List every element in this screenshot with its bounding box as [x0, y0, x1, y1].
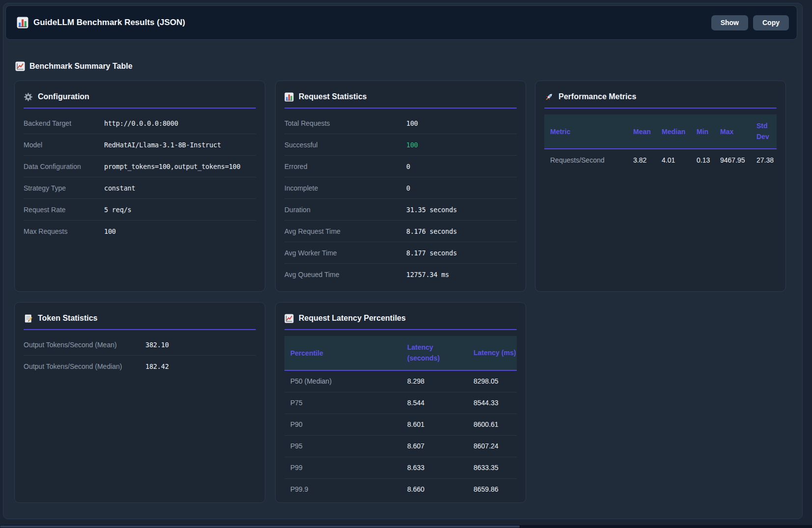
cell-std-dev: 27.38 [756, 149, 777, 170]
row-value: 0 [406, 163, 410, 170]
row-label: Model [24, 141, 104, 149]
table-row-p99: P99 8.633 8633.35 [284, 457, 517, 478]
row-value: 100 [104, 227, 116, 235]
token-row-median: Output Tokens/Second (Median) 182.42 [24, 356, 256, 377]
rocket-icon [544, 92, 554, 102]
row-label: Incomplete [284, 184, 406, 192]
token-statistics-card: Token Statistics Output Tokens/Second (M… [14, 302, 265, 503]
cell-max: 9467.95 [720, 149, 756, 170]
cell-latency-ms: 8544.33 [474, 392, 517, 414]
stat-row-avg-request-time: Avg Request Time 8.176 seconds [284, 221, 517, 242]
token-row-mean: Output Tokens/Second (Mean) 382.10 [24, 334, 256, 356]
card-title-label: Performance Metrics [559, 92, 636, 101]
table-row-requests-per-second: Requests/Second 3.82 4.01 0.13 9467.95 2… [544, 149, 777, 170]
card-title-label: Token Statistics [38, 314, 98, 323]
performance-metrics-card: Performance Metrics Metric Mean Median M… [535, 81, 786, 292]
row-value: 382.10 [145, 341, 169, 349]
horizontal-scrollbar-thumb[interactable] [0, 526, 520, 528]
copy-button[interactable]: Copy [753, 15, 789, 30]
card-title-label: Request Latency Percentiles [299, 314, 406, 323]
cell-latency-seconds: 8.544 [407, 392, 474, 414]
performance-metrics-table: Metric Mean Median Min Max Std Dev Reque… [544, 114, 777, 170]
row-value: 0 [406, 184, 410, 192]
row-label: Avg Request Time [284, 227, 406, 235]
cell-percentile: P75 [284, 392, 407, 414]
col-min: Min [697, 114, 720, 149]
cell-percentile: P50 (Median) [284, 370, 407, 392]
page-title: GuideLLM Benchmark Results (JSON) [33, 18, 185, 28]
card-title-underline [284, 108, 517, 109]
card-title-label: Configuration [38, 92, 89, 101]
row-label: Request Rate [24, 206, 104, 214]
cell-percentile: P99 [284, 457, 407, 478]
performance-metrics-card-title: Performance Metrics [544, 90, 777, 104]
stat-row-total-requests: Total Requests 100 [284, 112, 517, 134]
cell-latency-ms: 8600.61 [474, 414, 517, 435]
row-value: 5 req/s [104, 206, 132, 214]
row-label: Max Requests [24, 227, 104, 235]
row-label: Data Configuration [24, 163, 104, 170]
row-value: 100 [406, 119, 418, 127]
row-value: RedHatAI/Llama-3.1-8B-Instruct [104, 141, 221, 149]
row-value: 8.176 seconds [406, 227, 457, 235]
stat-row-avg-worker-time: Avg Worker Time 8.177 seconds [284, 242, 517, 264]
token-statistics-card-title: Token Statistics [24, 311, 256, 325]
row-label: Output Tokens/Second (Mean) [24, 341, 145, 349]
cell-latency-seconds: 8.607 [407, 435, 474, 457]
bar-chart-icon [284, 92, 294, 102]
row-value: 12757.34 ms [406, 271, 449, 278]
show-button[interactable]: Show [711, 15, 748, 30]
header-bar: GuideLLM Benchmark Results (JSON) Show C… [5, 5, 797, 40]
col-latency-ms: Latency (ms) [474, 336, 517, 370]
config-row-strategy-type: Strategy Type constant [24, 177, 256, 199]
stat-row-incomplete: Incomplete 0 [284, 177, 517, 199]
col-latency-seconds: Latency (seconds) [407, 336, 474, 370]
col-median: Median [662, 114, 697, 149]
row-value: 182.42 [145, 362, 169, 370]
col-max: Max [720, 114, 756, 149]
token-statistics-list: Output Tokens/Second (Mean) 382.10 Outpu… [24, 334, 256, 377]
stat-row-successful: Successful 100 [284, 134, 517, 156]
cell-latency-ms: 8298.05 [474, 370, 517, 392]
row-value: 31.35 seconds [406, 206, 457, 214]
table-row-p95: P95 8.607 8607.24 [284, 435, 517, 457]
row-label: Output Tokens/Second (Median) [24, 362, 145, 370]
row-value: http://0.0.0.0:8000 [104, 119, 178, 127]
table-row-p75: P75 8.544 8544.33 [284, 392, 517, 414]
col-std-dev: Std Dev [756, 114, 777, 149]
row-value: prompt_tokens=100,output_tokens=100 [104, 163, 240, 170]
config-row-request-rate: Request Rate 5 req/s [24, 199, 256, 221]
cell-latency-seconds: 8.298 [407, 370, 474, 392]
row-label: Strategy Type [24, 184, 104, 192]
cell-mean: 3.82 [633, 149, 662, 170]
table-header-row: Metric Mean Median Min Max Std Dev [544, 114, 777, 149]
cell-metric: Requests/Second [544, 149, 633, 170]
cell-percentile: P95 [284, 435, 407, 457]
latency-percentiles-table: Percentile Latency (seconds) Latency (ms… [284, 336, 517, 500]
request-statistics-card-title: Request Statistics [284, 90, 517, 104]
row-label: Total Requests [284, 119, 406, 127]
latency-percentiles-card-title: Request Latency Percentiles [284, 311, 517, 325]
config-row-max-requests: Max Requests 100 [24, 221, 256, 242]
table-header-row: Percentile Latency (seconds) Latency (ms… [284, 336, 517, 370]
card-title-underline [284, 329, 517, 330]
cell-latency-ms: 8633.35 [474, 457, 517, 478]
config-row-model: Model RedHatAI/Llama-3.1-8B-Instruct [24, 134, 256, 156]
cell-latency-seconds: 8.633 [407, 457, 474, 478]
row-value-success: 100 [406, 141, 418, 149]
app-container: GuideLLM Benchmark Results (JSON) Show C… [3, 3, 803, 519]
card-title-underline [24, 329, 256, 330]
table-row-p90: P90 8.601 8600.61 [284, 414, 517, 435]
row-label: Backend Target [24, 119, 104, 127]
cell-latency-seconds: 8.601 [407, 414, 474, 435]
request-statistics-list: Total Requests 100 Successful 100 Errore… [284, 112, 517, 285]
row-value: 8.177 seconds [406, 249, 457, 257]
col-percentile: Percentile [284, 336, 407, 370]
config-row-backend-target: Backend Target http://0.0.0.0:8000 [24, 112, 256, 134]
config-row-data-configuration: Data Configuration prompt_tokens=100,out… [24, 156, 256, 177]
card-title-underline [24, 108, 256, 109]
bar-chart-icon [17, 17, 28, 28]
horizontal-scrollbar-track[interactable] [0, 525, 812, 528]
chart-up-icon [15, 61, 25, 71]
request-statistics-card: Request Statistics Total Requests 100 Su… [275, 81, 526, 292]
